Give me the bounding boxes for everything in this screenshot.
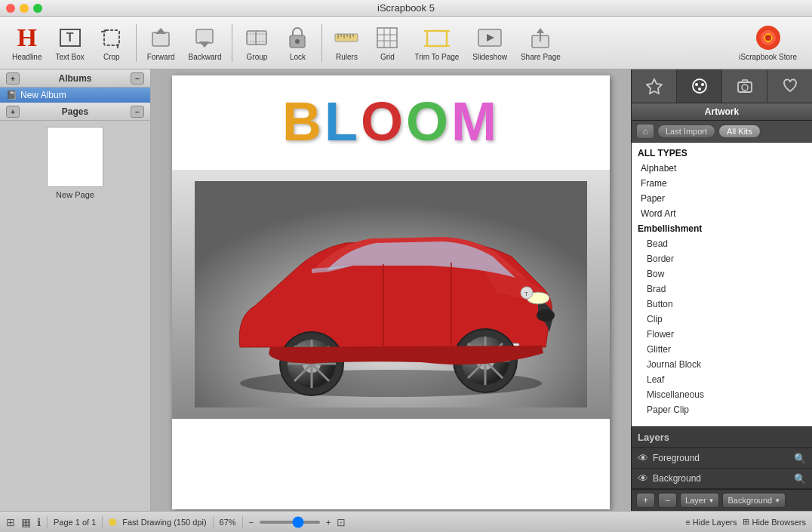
list-item[interactable]: Button (632, 297, 812, 312)
status-icon-1[interactable]: ⊞ (6, 516, 15, 528)
albums-remove-button[interactable]: − (131, 72, 144, 85)
svg-point-42 (537, 309, 555, 321)
foreground-search-icon[interactable]: 🔍 (794, 453, 806, 464)
backward-tool[interactable]: Backward (183, 21, 228, 64)
drawing-mode[interactable]: Fast Drawing (150 dpi) (122, 518, 206, 527)
store-button[interactable]: iScrapbook Store (730, 21, 806, 64)
layers-title: Layers (632, 427, 812, 448)
list-item[interactable]: Embellishment (632, 221, 812, 236)
zoom-percent: 67% (220, 518, 236, 527)
store-icon (755, 24, 782, 51)
textbox-icon: T (57, 24, 84, 51)
tab-favorites[interactable] (632, 69, 677, 103)
group-label: Group (247, 53, 268, 61)
background-visibility-button[interactable]: 👁 (638, 472, 648, 484)
svg-rect-8 (256, 31, 266, 45)
artwork-list[interactable]: ALL TYPES Alphabet Frame Paper Word Art … (632, 143, 812, 426)
last-import-button[interactable]: Last Import (657, 125, 715, 138)
canvas-page[interactable]: BLOOM (172, 75, 610, 509)
hide-browsers-icon: ⊞ (743, 517, 749, 527)
list-item[interactable]: Alphabet (632, 161, 812, 176)
share-label: Share Page (521, 53, 561, 61)
background-dropdown-label: Background (727, 496, 772, 505)
slideshow-icon (476, 24, 503, 51)
artwork-nav: ⌂ Last Import All Kits (632, 121, 812, 143)
pages-add-button[interactable]: + (6, 106, 20, 118)
list-item[interactable]: ALL TYPES (632, 146, 812, 161)
page-preview[interactable] (47, 127, 103, 187)
close-button[interactable] (6, 4, 15, 13)
list-item[interactable]: Leaf (632, 372, 812, 387)
zoom-slider[interactable] (260, 521, 320, 524)
headline-tool[interactable]: H Headline (6, 21, 48, 64)
status-right: ≡ Hide Layers ⊞ Hide Browsers (685, 517, 806, 527)
grid-icon (374, 24, 401, 51)
status-icon-2[interactable]: ▦ (21, 516, 31, 528)
svg-point-69 (742, 85, 748, 91)
list-item[interactable]: Border (632, 251, 812, 266)
group-tool[interactable]: Group (237, 21, 276, 64)
layers-section: Layers 👁 Foreground 🔍 👁 Background 🔍 + −… (632, 426, 812, 511)
bloom-o1: O (361, 91, 406, 152)
layer-dropdown[interactable]: Layer ▼ (680, 493, 719, 508)
maximize-button[interactable] (33, 4, 42, 13)
new-album-label: New Album (20, 90, 66, 100)
remove-layer-button[interactable]: − (658, 493, 677, 508)
svg-point-66 (701, 83, 704, 86)
background-dropdown-arrow: ▼ (774, 497, 780, 504)
trim-label: Trim To Page (414, 53, 459, 61)
car-image: T FT-86 concept (195, 181, 587, 407)
all-kits-button[interactable]: All Kits (718, 125, 761, 138)
background-search-icon[interactable]: 🔍 (794, 473, 806, 484)
list-item[interactable]: Word Art (632, 206, 812, 221)
status-info-icon[interactable]: ℹ (37, 516, 41, 528)
headline-label: Headline (12, 53, 42, 61)
store-label: iScrapbook Store (739, 53, 797, 61)
hide-layers-button[interactable]: ≡ Hide Layers (685, 518, 737, 527)
pages-remove-button[interactable]: − (131, 106, 144, 118)
grid-tool[interactable]: Grid (368, 21, 407, 64)
list-item[interactable]: Bow (632, 266, 812, 281)
page-thumbnail-1[interactable]: New Page (6, 127, 144, 199)
status-sep-3 (213, 516, 214, 528)
zoom-small: − (249, 518, 254, 527)
hide-browsers-button[interactable]: ⊞ Hide Browsers (743, 517, 806, 527)
list-item[interactable]: Brad (632, 281, 812, 297)
tab-artwork[interactable] (677, 69, 722, 103)
lock-tool[interactable]: Lock (278, 21, 317, 64)
canvas-white-bottom (172, 419, 610, 509)
foreground-visibility-button[interactable]: 👁 (638, 452, 648, 464)
share-tool[interactable]: Share Page (515, 21, 567, 64)
bloom-text: BLOOM (282, 91, 500, 152)
albums-add-button[interactable]: + (6, 72, 20, 85)
list-item[interactable]: Miscellaneous (632, 387, 812, 402)
textbox-tool[interactable]: T Text Box (49, 21, 90, 64)
background-dropdown[interactable]: Background ▼ (722, 493, 786, 508)
trim-tool[interactable]: Trim To Page (408, 21, 465, 64)
crop-tool[interactable]: Crop (92, 21, 131, 64)
list-item[interactable]: Paper Clip (632, 402, 812, 417)
tab-heart[interactable] (767, 69, 812, 103)
list-item[interactable]: Clip (632, 312, 812, 327)
fit-page-icon[interactable]: ⊡ (337, 516, 346, 528)
list-item[interactable]: Glitter (632, 342, 812, 357)
slideshow-tool[interactable]: Slideshow (466, 21, 513, 64)
list-item[interactable]: Paper (632, 191, 812, 206)
window-controls[interactable] (6, 4, 42, 13)
new-album-item[interactable]: 📓 New Album (0, 88, 150, 103)
tab-camera[interactable] (722, 69, 767, 103)
add-layer-button[interactable]: + (636, 493, 655, 508)
list-item[interactable]: Bead (632, 236, 812, 251)
svg-rect-3 (152, 32, 169, 46)
textbox-label: Text Box (55, 53, 84, 61)
minimize-button[interactable] (20, 4, 29, 13)
list-item[interactable]: Frame (632, 176, 812, 191)
rulers-tool[interactable]: Rulers (327, 21, 366, 64)
list-item[interactable]: Flower (632, 327, 812, 342)
car-photo-area: T FT-86 concept (172, 170, 610, 419)
list-item[interactable]: Journal Block (632, 357, 812, 372)
artwork-home-button[interactable]: ⌂ (636, 124, 654, 139)
forward-tool[interactable]: Forward (141, 21, 181, 64)
canvas-area[interactable]: BLOOM (151, 69, 631, 511)
toolbar: H Headline T Text Box Crop Forward (0, 17, 812, 69)
